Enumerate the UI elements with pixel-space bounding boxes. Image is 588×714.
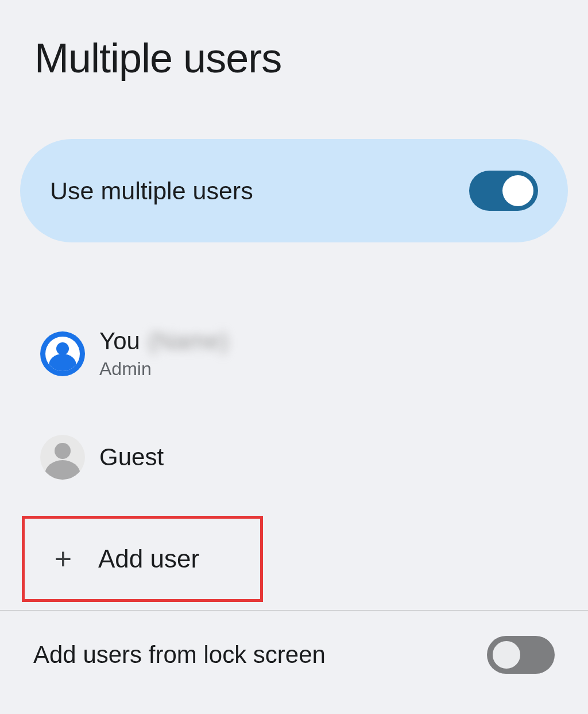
plus-icon: +: [55, 542, 72, 576]
person-icon: [40, 331, 85, 376]
switch-knob: [493, 641, 520, 669]
user-role: Admin: [99, 358, 229, 380]
add-user-label: Add user: [98, 545, 199, 573]
page-title: Multiple users: [0, 0, 588, 139]
avatar: [40, 435, 85, 480]
avatar: [40, 331, 85, 376]
add-users-lock-screen-switch[interactable]: [487, 636, 555, 674]
user-name-extra-blurred: (Name): [148, 327, 229, 355]
user-list: You (Name) Admin Guest + Add user: [0, 242, 588, 602]
use-multiple-users-switch[interactable]: [469, 171, 538, 211]
add-users-lock-screen-row[interactable]: Add users from lock screen: [0, 611, 588, 674]
use-multiple-users-row[interactable]: Use multiple users: [20, 139, 568, 242]
add-user-button[interactable]: + Add user: [22, 516, 263, 602]
user-name: Guest: [99, 443, 164, 471]
person-icon: [40, 435, 85, 480]
add-users-lock-screen-label: Add users from lock screen: [33, 641, 326, 669]
switch-knob: [502, 175, 533, 206]
use-multiple-users-label: Use multiple users: [50, 177, 253, 205]
user-row-you[interactable]: You (Name) Admin: [40, 317, 548, 390]
user-name: You: [99, 327, 140, 355]
user-row-guest[interactable]: Guest: [40, 424, 548, 490]
